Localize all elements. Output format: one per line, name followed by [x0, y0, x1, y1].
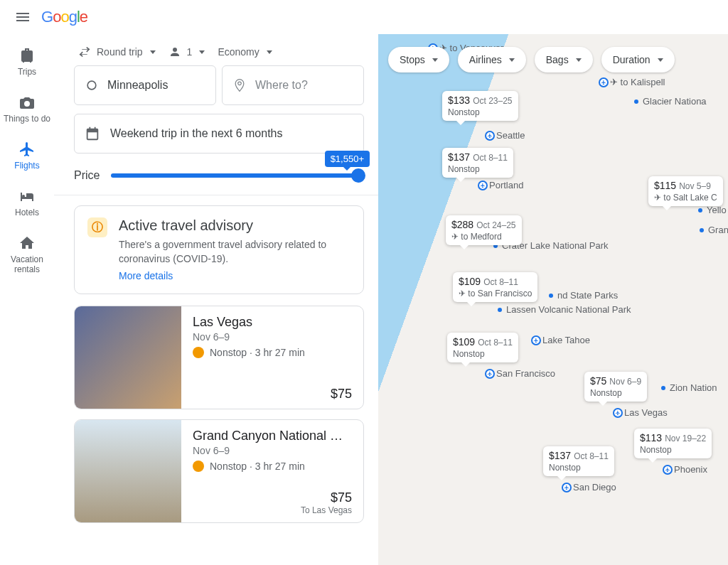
date-value: Weekend trip in the next 6 months — [110, 127, 283, 140]
city-label[interactable]: Glacier Nationa — [634, 96, 707, 107]
camera-icon — [18, 94, 36, 111]
city-label[interactable]: San Diego — [562, 482, 616, 493]
origin-value: Minneapolis — [107, 79, 168, 92]
result-title: Las Vegas — [193, 315, 352, 330]
map-area[interactable]: StopsAirlinesBagsDuration $133Oct 23–25N… — [378, 34, 728, 565]
result-card[interactable]: Las Vegas Nov 6–9 Nonstop · 3 hr 27 min … — [74, 306, 364, 409]
city-label[interactable]: Yello — [698, 205, 727, 215]
result-sub: To Las Vegas — [193, 505, 352, 515]
result-meta: Nonstop · 3 hr 27 min — [193, 461, 352, 472]
left-nav: Trips Things to do Flights Hotels Vacati… — [0, 34, 54, 274]
header: Google — [0, 0, 728, 34]
result-title: Grand Canyon National … — [193, 429, 352, 443]
result-price: $75 — [193, 387, 352, 402]
advisory-body: There's a government travel advisory rel… — [119, 238, 350, 266]
result-thumb — [75, 420, 181, 522]
result-card[interactable]: Grand Canyon National … Nov 6–9 Nonstop … — [74, 419, 364, 523]
svg-point-0 — [87, 81, 96, 90]
nav-label: Hotels — [15, 208, 39, 217]
airport-icon — [531, 335, 541, 345]
city-label[interactable]: Lassen Volcanic National Park — [498, 304, 631, 315]
city-label[interactable]: ✈ to Kalispell — [599, 77, 665, 87]
airport-icon — [485, 369, 495, 379]
person-icon — [168, 45, 181, 58]
advisory-card: ⓘ Active travel advisory There's a gover… — [74, 205, 364, 294]
luggage-icon — [18, 47, 36, 64]
search-panel: Round trip 1 Economy Minneapolis Where t… — [54, 34, 378, 565]
plane-icon — [18, 141, 36, 158]
slider-knob[interactable] — [351, 168, 365, 183]
chevron-down-icon — [658, 58, 663, 62]
warning-icon: ⓘ — [87, 217, 107, 237]
airport-icon — [599, 77, 609, 87]
cabin-dropdown[interactable]: Economy — [218, 46, 272, 58]
price-marker[interactable]: $137Oct 8–11Nonstop — [442, 148, 513, 178]
nav-trips[interactable]: Trips — [18, 47, 36, 77]
city-label[interactable]: Zion Nation — [661, 382, 717, 393]
price-marker[interactable]: $113Nov 19–22Nonstop — [634, 429, 712, 458]
price-marker[interactable]: $133Oct 23–25Nonstop — [442, 91, 518, 121]
date-input[interactable]: Weekend trip in the next 6 months — [74, 114, 364, 154]
city-label[interactable]: Las Vegas — [613, 407, 668, 418]
house-icon — [18, 235, 36, 252]
trip-type-label: Round trip — [97, 46, 143, 58]
price-marker[interactable]: $109Oct 8–11✈ to San Francisco — [453, 272, 537, 302]
passengers-dropdown[interactable]: 1 — [168, 45, 205, 58]
passengers-label: 1 — [187, 46, 193, 58]
nav-hotels[interactable]: Hotels — [15, 188, 39, 217]
price-badge: $1,550+ — [325, 151, 370, 167]
trip-type-dropdown[interactable]: Round trip — [78, 45, 156, 58]
map-filters: StopsAirlinesBagsDuration — [388, 47, 718, 72]
chevron-down-icon — [150, 50, 156, 54]
calendar-icon — [85, 126, 100, 141]
swap-icon — [78, 45, 91, 58]
airport-icon — [485, 131, 495, 141]
cabin-label: Economy — [218, 46, 259, 58]
result-price: $75 — [193, 490, 352, 505]
bed-icon — [18, 188, 36, 205]
price-label: Price — [74, 169, 100, 182]
airport-icon — [613, 408, 623, 418]
pin-icon — [232, 78, 247, 92]
city-label[interactable]: Grand — [700, 225, 728, 235]
city-label[interactable]: Seattle — [485, 130, 525, 141]
chevron-down-icon — [432, 58, 438, 62]
airline-icon — [193, 347, 204, 358]
airline-icon — [193, 461, 204, 472]
nav-things-to-do[interactable]: Things to do — [4, 94, 50, 124]
destination-input[interactable]: Where to? — [222, 65, 364, 105]
price-marker[interactable]: $288Oct 24–25✈ to Medford — [446, 215, 522, 245]
nav-vacation-rentals[interactable]: Vacation rentals — [0, 235, 54, 274]
price-marker[interactable]: $137Oct 8–11Nonstop — [543, 446, 614, 476]
price-marker[interactable]: $109Oct 8–11Nonstop — [447, 333, 518, 362]
filter-airlines[interactable]: Airlines — [458, 47, 526, 72]
advisory-title: Active travel advisory — [119, 217, 350, 234]
hamburger-menu-button[interactable] — [9, 3, 37, 31]
filter-bags[interactable]: Bags — [535, 47, 593, 72]
nav-label: Vacation rentals — [0, 254, 54, 274]
city-label[interactable]: Portland — [478, 180, 523, 190]
city-label[interactable]: Phoenix — [663, 464, 707, 475]
result-dates: Nov 6–9 — [193, 331, 352, 343]
origin-input[interactable]: Minneapolis — [74, 65, 216, 105]
city-label[interactable]: nd State Parks — [549, 290, 618, 301]
price-marker[interactable]: $115Nov 5–9✈ to Salt Lake C — [648, 176, 723, 206]
result-meta: Nonstop · 3 hr 27 min — [193, 347, 352, 358]
menu-icon — [14, 9, 31, 26]
price-slider[interactable]: $1,550+ — [111, 173, 364, 178]
nav-flights[interactable]: Flights — [14, 141, 39, 171]
airport-icon — [478, 181, 488, 190]
advisory-link[interactable]: More details — [119, 270, 173, 281]
result-thumb — [75, 306, 181, 409]
nav-label: Trips — [18, 67, 36, 77]
filter-stops[interactable]: Stops — [388, 47, 449, 72]
price-marker[interactable]: $75Nov 6–9Nonstop — [584, 372, 647, 402]
city-label[interactable]: Lake Tahoe — [531, 335, 590, 345]
city-label[interactable]: San Francisco — [485, 368, 555, 379]
nav-label: Things to do — [4, 114, 50, 124]
nav-label: Flights — [14, 161, 39, 171]
filter-duration[interactable]: Duration — [601, 47, 675, 72]
origin-circle-icon — [85, 78, 99, 92]
chevron-down-icon — [267, 50, 272, 54]
destination-placeholder: Where to? — [255, 79, 308, 92]
